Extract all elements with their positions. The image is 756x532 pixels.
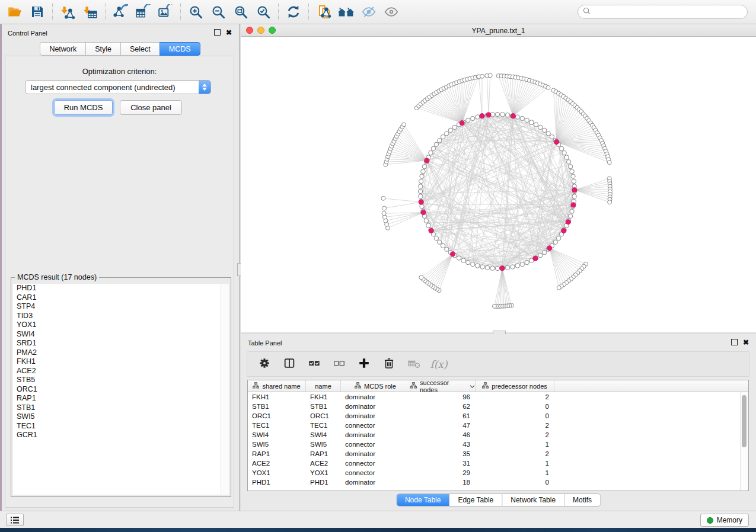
search-field[interactable]	[594, 7, 742, 17]
task-history-button[interactable]	[6, 514, 24, 526]
cell-successor-nodes: 96	[410, 393, 476, 400]
cell-predecessor-nodes: 2	[476, 431, 554, 438]
close-panel-button[interactable]: Close panel	[120, 100, 182, 115]
first-neighbors-icon	[337, 5, 355, 19]
toolbar-save-button[interactable]	[28, 2, 47, 21]
open-icon	[7, 4, 23, 20]
table-row[interactable]: STB1STB1dominator620	[248, 402, 748, 411]
search-input[interactable]	[578, 5, 748, 19]
memory-button[interactable]: Memory	[700, 514, 749, 527]
cell-predecessor-nodes: 1	[476, 460, 554, 467]
table-row[interactable]: RAP1RAP1dominator352	[248, 449, 748, 459]
mcds-node-item[interactable]: ORC1	[13, 385, 229, 395]
toolbar-show-all-button[interactable]	[382, 2, 401, 21]
mcds-list-scrollbar[interactable]	[221, 284, 229, 495]
mcds-node-item[interactable]: GCR1	[13, 431, 229, 440]
cell-successor-nodes: 35	[410, 450, 476, 457]
table-row[interactable]: SWI5SWI5connector431	[248, 440, 748, 449]
tree-icon	[482, 382, 489, 390]
table-row[interactable]: ACE2ACE2connector311	[248, 459, 748, 468]
toolbar-zoom-fit-button[interactable]	[231, 2, 250, 21]
criterion-dropdown[interactable]: largest connected component (undirected)	[25, 80, 211, 94]
tab-node-table[interactable]: Node Table	[397, 494, 449, 506]
tab-mcds[interactable]: MCDS	[160, 42, 200, 56]
mcds-node-item[interactable]: SRD1	[13, 339, 229, 348]
mcds-node-item[interactable]: STB1	[13, 403, 229, 413]
cell-name: PHD1	[306, 479, 341, 486]
table-select-all-button[interactable]	[307, 357, 322, 372]
cell-predecessor-nodes: 0	[476, 479, 554, 486]
mcds-node-item[interactable]: YOX1	[13, 321, 229, 330]
float-panel-icon[interactable]	[214, 29, 221, 36]
mcds-node-item[interactable]: PMA2	[13, 348, 229, 358]
toolbar-zoom-out-button[interactable]	[209, 2, 228, 21]
column-header-successor-nodes[interactable]: successor nodes	[410, 380, 476, 392]
table-delete-button[interactable]	[381, 357, 397, 372]
mcds-node-item[interactable]: SWI5	[13, 412, 229, 422]
toolbar-import-table-button[interactable]	[81, 2, 100, 21]
toolbar-import-network-button[interactable]	[58, 2, 77, 21]
mcds-node-item[interactable]: TID3	[13, 312, 229, 321]
tab-network-table[interactable]: Network Table	[502, 494, 564, 506]
run-mcds-button[interactable]: Run MCDS	[54, 100, 113, 115]
mcds-node-item[interactable]: FKH1	[13, 357, 229, 367]
cell-name: STB1	[306, 403, 341, 410]
table-row[interactable]: PHD1PHD1dominator180	[248, 477, 748, 487]
table-row[interactable]: ORC1ORC1dominator610	[248, 411, 748, 421]
toolbar-export-table-button[interactable]	[133, 2, 152, 21]
network-titlebar[interactable]: YPA_prune.txt_1	[241, 24, 756, 37]
toolbar-open-button[interactable]	[5, 2, 24, 21]
table-add-button[interactable]	[356, 357, 372, 372]
toolbar-hide-selected-button[interactable]	[359, 2, 378, 21]
tab-motifs[interactable]: Motifs	[564, 494, 600, 506]
toolbar-first-neighbors-button[interactable]	[337, 2, 356, 21]
mcds-node-item[interactable]: RAP1	[13, 394, 229, 403]
mcds-node-item[interactable]: PHD1	[13, 284, 229, 293]
cell-name: RAP1	[306, 450, 341, 457]
tab-select[interactable]: Select	[120, 42, 160, 56]
toolbar-refresh-button[interactable]	[284, 2, 303, 21]
column-header-predecessor-nodes[interactable]: predecessor nodes	[476, 380, 554, 392]
mcds-node-item[interactable]: STB5	[13, 376, 229, 385]
mcds-node-item[interactable]: TEC1	[13, 422, 229, 431]
tab-edge-table[interactable]: Edge Table	[449, 494, 502, 506]
close-panel-icon[interactable]: ✖	[743, 339, 749, 345]
cell-MCDS-role: dominator	[341, 393, 410, 400]
close-panel-icon[interactable]: ✖	[226, 30, 232, 36]
cell-predecessor-nodes: 2	[476, 422, 554, 429]
cell-MCDS-role: connector	[341, 422, 410, 429]
network-window: YPA_prune.txt_1	[241, 24, 756, 332]
tab-network[interactable]: Network	[40, 42, 86, 56]
cell-successor-nodes: 47	[410, 422, 476, 429]
column-header-name[interactable]: name	[306, 380, 341, 392]
scrollbar-thumb[interactable]	[742, 395, 747, 447]
delete-table-icon	[407, 357, 421, 372]
toolbar-zoom-in-button[interactable]	[186, 2, 205, 21]
mcds-result-list[interactable]: PHD1CAR1STP4TID3YOX1SWI4SRD1PMA2FKH1ACE2…	[13, 284, 229, 495]
table-scrollbar[interactable]	[740, 392, 748, 491]
table-row[interactable]: FKH1FKH1dominator962	[248, 392, 748, 402]
table-deselect-all-button[interactable]	[331, 357, 347, 372]
table-row[interactable]: SWI4SWI4dominator462	[248, 430, 748, 440]
mcds-node-item[interactable]: STP4	[13, 302, 229, 312]
table-columns-button[interactable]	[282, 357, 297, 372]
float-panel-icon[interactable]	[731, 339, 738, 345]
table-function-button: f(x)	[431, 357, 446, 372]
mcds-node-item[interactable]: SWI4	[13, 330, 229, 339]
table-row[interactable]: TEC1TEC1connector472	[248, 421, 748, 430]
column-header-MCDS-role[interactable]: MCDS role	[341, 380, 410, 392]
mcds-node-item[interactable]: ACE2	[13, 367, 229, 376]
cell-name: SWI4	[306, 431, 341, 438]
mcds-node-item[interactable]: CAR1	[13, 293, 229, 303]
toolbar-export-image-button[interactable]	[156, 2, 175, 21]
toolbar-zoom-selected-button[interactable]	[254, 2, 273, 21]
column-header-shared-name[interactable]: shared name	[248, 380, 306, 392]
toolbar-export-network-button[interactable]	[111, 2, 130, 21]
tab-style[interactable]: Style	[85, 42, 121, 56]
memory-status-icon	[707, 517, 713, 524]
toolbar-duplicate-network-button[interactable]	[314, 2, 333, 21]
table-settings-button[interactable]	[257, 357, 272, 372]
import-network-icon	[60, 4, 75, 20]
network-canvas[interactable]	[241, 37, 756, 332]
table-row[interactable]: YOX1YOX1connector291	[248, 468, 748, 477]
